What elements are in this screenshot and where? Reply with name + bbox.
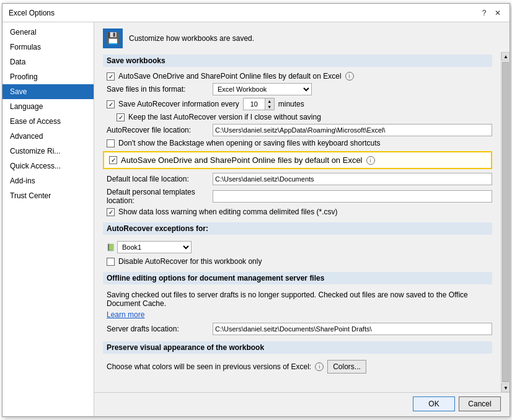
spin-down-btn[interactable]: ▼ <box>265 104 274 110</box>
default-local-row: Default local file location: <box>103 172 492 186</box>
dialog: Excel Options ? ✕ General Formulas Data … <box>2 3 510 417</box>
main-header: 💾 Customize how workbooks are saved. <box>94 22 510 52</box>
footer: OK Cancel <box>94 392 510 416</box>
disable-autorecover-checkbox[interactable] <box>107 258 115 266</box>
title-bar-right: ? ✕ <box>479 7 503 19</box>
sidebar-item-add-ins[interactable]: Add-ins <box>2 173 94 188</box>
book-icon: 📗 <box>107 243 115 252</box>
header-text: Customize how workbooks are saved. <box>129 34 254 43</box>
scrollbar: ▲ ▼ <box>501 52 510 392</box>
help-button[interactable]: ? <box>479 7 490 19</box>
dont-show-row: Don't show the Backstage when opening or… <box>103 138 492 149</box>
server-drafts-label: Server drafts location: <box>107 325 209 333</box>
colors-row: Choose what colors will be seen in previ… <box>103 357 492 376</box>
default-templates-row: Default personal templates location: <box>103 186 492 206</box>
scroll-up-btn[interactable]: ▲ <box>501 52 510 61</box>
sidebar-item-save[interactable]: Save <box>2 84 94 99</box>
sidebar-item-data[interactable]: Data <box>2 55 94 69</box>
ok-button[interactable]: OK <box>413 396 455 411</box>
offline-desc-text: Saving checked out files to server draft… <box>107 291 468 308</box>
scroll-down-btn[interactable]: ▼ <box>501 383 510 392</box>
title-bar-left: Excel Options <box>9 9 55 17</box>
sidebar-item-advanced[interactable]: Advanced <box>2 129 94 144</box>
autorecover-number-wrap: ▲ ▼ <box>243 98 275 110</box>
learn-more-link[interactable]: Learn more <box>107 310 144 319</box>
dialog-content: General Formulas Data Proofing Save Lang… <box>2 22 510 416</box>
main-content: Save workbooks AutoSave OneDrive and Sha… <box>94 52 501 392</box>
show-data-loss-row: Show data loss warning when editing comm… <box>103 206 492 217</box>
autorecover-spin-btns: ▲ ▼ <box>265 98 275 110</box>
save-workbooks-header: Save workbooks <box>103 55 492 67</box>
sidebar-item-formulas[interactable]: Formulas <box>2 40 94 55</box>
minutes-label: minutes <box>278 100 304 108</box>
sidebar-item-trust-center[interactable]: Trust Center <box>2 188 94 203</box>
disable-autorecover-label: Disable AutoRecover for this workbook on… <box>118 257 262 266</box>
autorecover-location-row: AutoRecover file location: <box>103 123 492 138</box>
default-local-label: Default local file location: <box>107 175 209 183</box>
default-templates-input[interactable] <box>213 190 492 203</box>
autosave-row: AutoSave OneDrive and SharePoint Online … <box>103 71 492 82</box>
autorecover-checkbox[interactable] <box>107 100 115 108</box>
floppy-disk-icon: 💾 <box>106 32 120 45</box>
show-data-loss-label: Show data loss warning when editing comm… <box>118 208 338 216</box>
sidebar-item-ease-of-access[interactable]: Ease of Access <box>2 114 94 129</box>
save-format-row: Save files in this format: Excel Workboo… <box>103 82 492 97</box>
highlighted-autosave-label: AutoSave OneDrive and SharePoint Online … <box>121 155 363 165</box>
dialog-title: Excel Options <box>9 9 55 17</box>
spin-up-btn[interactable]: ▲ <box>265 98 274 104</box>
offline-editing-header: Offline editing options for document man… <box>103 272 492 284</box>
main-scroll-wrap: Save workbooks AutoSave OneDrive and Sha… <box>94 52 510 392</box>
colors-button[interactable]: Colors... <box>327 360 366 374</box>
highlighted-autosave-info-icon[interactable]: i <box>366 156 375 165</box>
server-drafts-input[interactable] <box>213 323 492 335</box>
title-bar: Excel Options ? ✕ <box>2 4 510 22</box>
autorecover-exceptions-header: AutoRecover exceptions for: <box>103 222 492 235</box>
save-format-select[interactable]: Excel Workbook <box>213 83 312 95</box>
dont-show-label: Don't show the Backstage when opening or… <box>118 139 381 147</box>
keep-last-row: Keep the last AutoRecover version if I c… <box>103 112 492 123</box>
autorecover-exceptions-row: 📗 Book1 <box>103 238 492 256</box>
keep-last-label: Keep the last AutoRecover version if I c… <box>128 113 321 121</box>
highlighted-autosave-row: AutoSave OneDrive and SharePoint Online … <box>103 151 492 169</box>
main-panel: 💾 Customize how workbooks are saved. Sav… <box>94 22 510 416</box>
default-templates-label: Default personal templates location: <box>107 188 209 205</box>
learn-more-row: Learn more <box>103 309 492 322</box>
autorecover-book-select[interactable]: Book1 <box>117 241 192 253</box>
keep-last-checkbox[interactable] <box>117 113 125 121</box>
sidebar-item-quick-access[interactable]: Quick Access... <box>2 159 94 173</box>
save-icon: 💾 <box>103 28 123 48</box>
close-button[interactable]: ✕ <box>492 7 503 19</box>
sidebar-item-general[interactable]: General <box>2 25 94 40</box>
cancel-button[interactable]: Cancel <box>459 396 501 411</box>
scrollbar-thumb[interactable] <box>502 62 509 382</box>
offline-description: Saving checked out files to server draft… <box>103 288 492 309</box>
preserve-visual-header: Preserve visual appearance of the workbo… <box>103 341 492 354</box>
server-drafts-row: Server drafts location: <box>103 322 492 336</box>
sidebar-item-language[interactable]: Language <box>2 99 94 114</box>
dont-show-checkbox[interactable] <box>107 139 115 147</box>
autosave-label: AutoSave OneDrive and SharePoint Online … <box>118 72 342 81</box>
sidebar: General Formulas Data Proofing Save Lang… <box>2 22 94 416</box>
disable-autorecover-row: Disable AutoRecover for this workbook on… <box>103 256 492 267</box>
highlighted-autosave-checkbox[interactable] <box>109 156 117 164</box>
autorecover-info-row: Save AutoRecover information every ▲ ▼ m… <box>103 97 492 112</box>
colors-info-icon[interactable]: i <box>315 362 324 371</box>
autorecover-minutes-input[interactable] <box>243 98 265 110</box>
autosave-info-icon[interactable]: i <box>345 72 354 81</box>
show-data-loss-checkbox[interactable] <box>107 208 115 216</box>
autosave-checkbox[interactable] <box>107 72 115 81</box>
file-location-label: AutoRecover file location: <box>107 126 209 134</box>
autorecover-exceptions-select-wrap: 📗 Book1 <box>107 241 192 253</box>
default-local-input[interactable] <box>213 173 492 185</box>
sidebar-item-customize-ribbon[interactable]: Customize Ri... <box>2 144 94 159</box>
save-format-label: Save files in this format: <box>107 85 209 94</box>
sidebar-item-proofing[interactable]: Proofing <box>2 69 94 84</box>
autorecover-label: Save AutoRecover information every <box>118 100 239 108</box>
file-location-input[interactable] <box>213 124 492 136</box>
colors-label: Choose what colors will be seen in previ… <box>107 362 311 371</box>
